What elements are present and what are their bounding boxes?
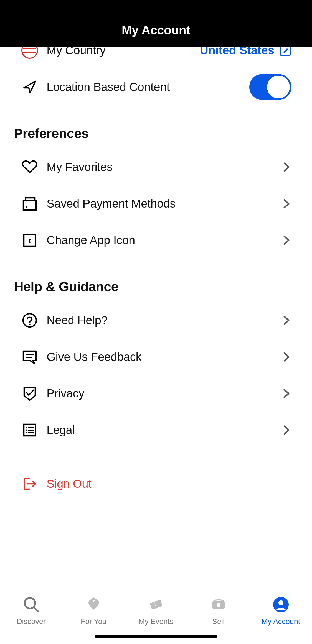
svg-point-13: [26, 427, 27, 428]
chevron-right-icon: [281, 162, 291, 172]
question-circle-icon: [21, 311, 39, 329]
feedback-label: Give Us Feedback: [47, 350, 281, 364]
sign-out-icon: [21, 475, 39, 493]
sign-out-label: Sign Out: [47, 477, 291, 490]
feedback-row[interactable]: Give Us Feedback: [0, 339, 312, 375]
payment-methods-label: Saved Payment Methods: [47, 197, 281, 210]
my-country-value: United States: [200, 47, 274, 57]
heart-hands-icon: [84, 595, 104, 615]
legal-label: Legal: [47, 423, 281, 437]
tickets-icon: [146, 595, 166, 615]
search-icon: [21, 595, 41, 615]
account-icon: [271, 595, 291, 615]
help-heading: Help & Guidance: [0, 267, 312, 302]
heart-icon: [21, 158, 39, 176]
svg-text:t: t: [29, 236, 31, 244]
tab-sell[interactable]: Sell: [187, 595, 250, 626]
my-favorites-row[interactable]: My Favorites: [0, 149, 312, 185]
svg-rect-1: [23, 48, 36, 49]
chevron-right-icon: [281, 235, 291, 245]
svg-point-27: [278, 600, 283, 605]
chevron-right-icon: [281, 425, 291, 435]
svg-point-25: [217, 603, 220, 607]
svg-rect-4: [23, 201, 36, 210]
shield-check-icon: [21, 384, 39, 403]
cash-icon: [209, 595, 229, 615]
toggle-knob: [267, 76, 290, 98]
feedback-icon: [21, 348, 39, 366]
location-content-row: Location Based Content: [0, 69, 312, 105]
legal-row[interactable]: Legal: [0, 412, 312, 448]
tab-for-you[interactable]: For You: [62, 595, 125, 626]
preferences-heading: Preferences: [0, 114, 312, 149]
my-country-row[interactable]: My Country United States: [0, 47, 312, 69]
tab-discover-label: Discover: [17, 617, 46, 626]
tab-sell-label: Sell: [212, 617, 225, 626]
svg-point-9: [29, 324, 31, 325]
privacy-row[interactable]: Privacy: [0, 375, 312, 412]
app-icon-icon: t: [21, 231, 39, 249]
svg-point-5: [26, 206, 27, 208]
change-app-icon-label: Change App Icon: [47, 234, 281, 247]
svg-point-15: [26, 432, 27, 433]
tab-my-account-label: My Account: [262, 617, 300, 626]
tab-my-account[interactable]: My Account: [250, 595, 312, 626]
page-title: My Account: [122, 23, 191, 37]
svg-rect-22: [150, 600, 163, 610]
content-scroll[interactable]: My Country United States Location Based …: [0, 47, 312, 590]
chevron-right-icon: [281, 199, 291, 209]
payment-methods-row[interactable]: Saved Payment Methods: [0, 185, 312, 222]
chevron-right-icon: [281, 352, 291, 362]
change-app-icon-row[interactable]: t Change App Icon: [0, 222, 312, 259]
tab-for-you-label: For You: [81, 617, 106, 626]
header-bar: My Account: [0, 0, 312, 47]
need-help-label: Need Help?: [47, 314, 281, 327]
edit-icon: [279, 47, 291, 57]
flag-icon: [21, 47, 39, 60]
tab-my-events[interactable]: My Events: [125, 595, 187, 626]
my-favorites-label: My Favorites: [47, 160, 281, 174]
tab-discover[interactable]: Discover: [0, 595, 62, 626]
need-help-row[interactable]: Need Help?: [0, 302, 312, 339]
location-content-label: Location Based Content: [47, 80, 249, 94]
my-country-label: My Country: [47, 47, 200, 57]
privacy-label: Privacy: [47, 387, 281, 400]
home-indicator[interactable]: [95, 635, 217, 638]
location-toggle[interactable]: [249, 74, 291, 100]
svg-point-14: [26, 430, 27, 431]
chevron-right-icon: [281, 389, 291, 398]
location-arrow-icon: [21, 78, 39, 96]
svg-line-21: [34, 607, 38, 611]
chevron-right-icon: [281, 315, 291, 325]
svg-rect-2: [23, 52, 36, 53]
tab-my-events-label: My Events: [138, 617, 173, 626]
wallet-icon: [21, 195, 39, 213]
document-list-icon: [21, 421, 39, 439]
sign-out-row[interactable]: Sign Out: [0, 466, 312, 502]
